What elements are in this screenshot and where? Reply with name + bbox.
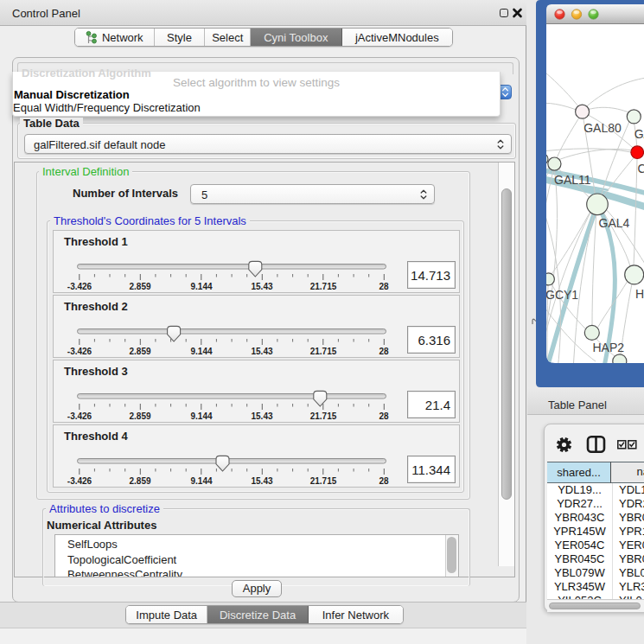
svg-text:GAL4: GAL4	[599, 216, 630, 230]
svg-text:CDC: CDC	[638, 162, 644, 175]
svg-text:HIS: HIS	[635, 287, 644, 301]
svg-text:GAL11: GAL11	[554, 173, 591, 187]
svg-text:HAP2: HAP2	[593, 341, 625, 354]
svg-text:GAL80: GAL80	[583, 121, 622, 135]
svg-text:GAL2: GAL2	[634, 127, 644, 141]
svg-text:GCY1: GCY1	[545, 288, 578, 302]
